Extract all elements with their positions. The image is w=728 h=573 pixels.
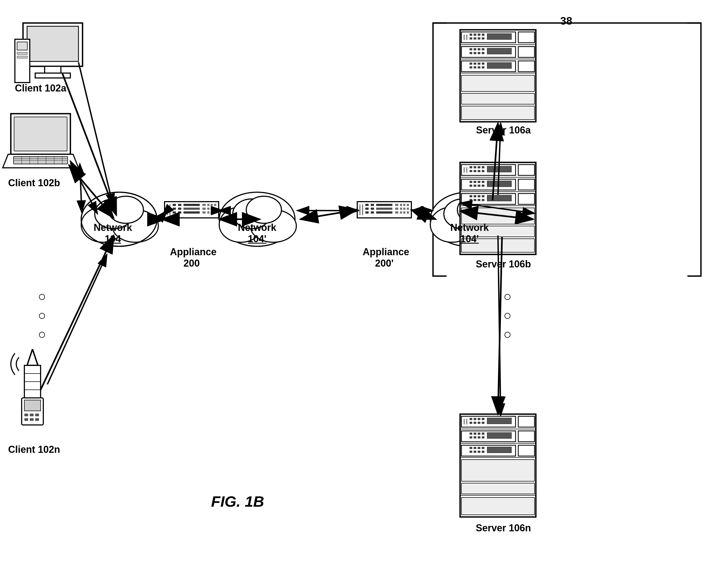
svg-rect-33 [207, 204, 209, 206]
svg-point-18 [457, 196, 492, 223]
label-client102b: Client 102b [8, 177, 60, 189]
svg-rect-43 [214, 211, 216, 214]
svg-rect-130 [518, 61, 534, 72]
diagram: 38 Client 102a Client 102b Client 102n N… [0, 0, 728, 573]
svg-rect-72 [15, 39, 30, 83]
svg-rect-110 [482, 34, 484, 36]
svg-rect-39 [214, 208, 216, 210]
network104-num: 104 [93, 233, 133, 245]
svg-rect-155 [478, 170, 480, 172]
svg-rect-94 [22, 398, 43, 425]
svg-rect-55 [376, 211, 393, 214]
svg-rect-61 [400, 208, 402, 210]
svg-rect-26 [178, 204, 181, 206]
diagram-svg [0, 0, 728, 573]
svg-rect-52 [371, 211, 374, 214]
svg-rect-62 [403, 208, 405, 210]
svg-rect-133 [478, 62, 480, 65]
svg-rect-164 [482, 181, 484, 183]
svg-rect-20 [164, 202, 219, 218]
svg-rect-217 [478, 447, 480, 449]
svg-line-242 [62, 73, 116, 215]
svg-rect-68 [23, 23, 83, 66]
svg-line-247 [300, 210, 357, 219]
svg-rect-204 [474, 432, 476, 435]
svg-rect-25 [173, 211, 176, 214]
svg-rect-211 [487, 432, 512, 438]
svg-rect-95 [24, 400, 41, 411]
svg-rect-90 [24, 365, 41, 398]
svg-rect-41 [207, 211, 209, 214]
label-network104: Network 104 [93, 222, 133, 245]
svg-rect-132 [474, 62, 476, 65]
svg-rect-145 [461, 165, 516, 175]
svg-rect-159 [461, 179, 516, 190]
svg-rect-111 [470, 37, 472, 40]
svg-rect-176 [482, 195, 484, 197]
svg-rect-192 [474, 418, 476, 420]
svg-rect-151 [478, 166, 480, 168]
svg-rect-209 [478, 436, 480, 438]
svg-rect-74 [17, 52, 27, 54]
svg-rect-198 [482, 422, 484, 424]
svg-rect-193 [478, 418, 480, 420]
svg-line-238 [460, 203, 534, 213]
svg-rect-56 [395, 204, 398, 206]
svg-rect-150 [474, 166, 476, 168]
svg-rect-108 [474, 34, 476, 36]
svg-rect-166 [474, 185, 476, 187]
svg-rect-28 [178, 211, 181, 214]
svg-rect-32 [202, 204, 206, 206]
svg-line-250 [460, 211, 533, 219]
svg-rect-178 [474, 199, 476, 201]
svg-rect-142 [461, 93, 534, 104]
svg-rect-214 [518, 445, 534, 456]
network104-text: Network [93, 222, 133, 233]
svg-rect-70 [45, 66, 61, 74]
svg-rect-109 [478, 34, 480, 36]
svg-rect-34 [211, 204, 213, 206]
svg-rect-152 [482, 166, 484, 168]
svg-line-230 [80, 164, 82, 212]
svg-rect-157 [487, 166, 512, 172]
svg-rect-135 [470, 66, 472, 68]
dots-right: ○ ○ ○ [499, 287, 516, 344]
svg-rect-69 [27, 26, 79, 61]
svg-rect-53 [376, 204, 393, 206]
svg-rect-100 [30, 418, 34, 421]
svg-rect-51 [371, 208, 374, 210]
svg-rect-73 [17, 42, 27, 50]
svg-line-88 [33, 349, 38, 365]
svg-rect-36 [202, 208, 206, 210]
svg-rect-129 [461, 61, 516, 72]
svg-rect-181 [487, 195, 512, 201]
svg-rect-197 [478, 422, 480, 424]
svg-rect-153 [470, 170, 472, 172]
svg-rect-183 [461, 208, 534, 224]
svg-rect-134 [482, 62, 484, 65]
ref-number-38: 38 [560, 15, 572, 27]
svg-rect-35 [214, 204, 216, 206]
svg-rect-63 [407, 208, 409, 210]
svg-rect-196 [474, 422, 476, 424]
svg-rect-146 [518, 165, 534, 175]
svg-rect-136 [474, 66, 476, 68]
svg-rect-113 [478, 37, 480, 40]
svg-rect-141 [461, 75, 534, 92]
label-appliance200: Appliance 200 [170, 246, 213, 269]
svg-rect-117 [461, 47, 516, 57]
svg-line-232 [47, 254, 107, 384]
label-client102n: Client 102n [8, 444, 60, 455]
svg-rect-24 [173, 208, 176, 210]
svg-rect-40 [202, 211, 206, 214]
svg-rect-50 [371, 204, 374, 206]
svg-rect-121 [478, 48, 480, 50]
svg-rect-188 [518, 416, 534, 427]
svg-rect-172 [518, 194, 534, 204]
label-network104-prime2: Network 104' [448, 222, 491, 245]
svg-rect-49 [365, 211, 369, 214]
svg-rect-65 [400, 211, 402, 214]
svg-rect-127 [487, 48, 512, 54]
svg-line-231 [70, 161, 97, 214]
svg-rect-119 [470, 48, 472, 50]
